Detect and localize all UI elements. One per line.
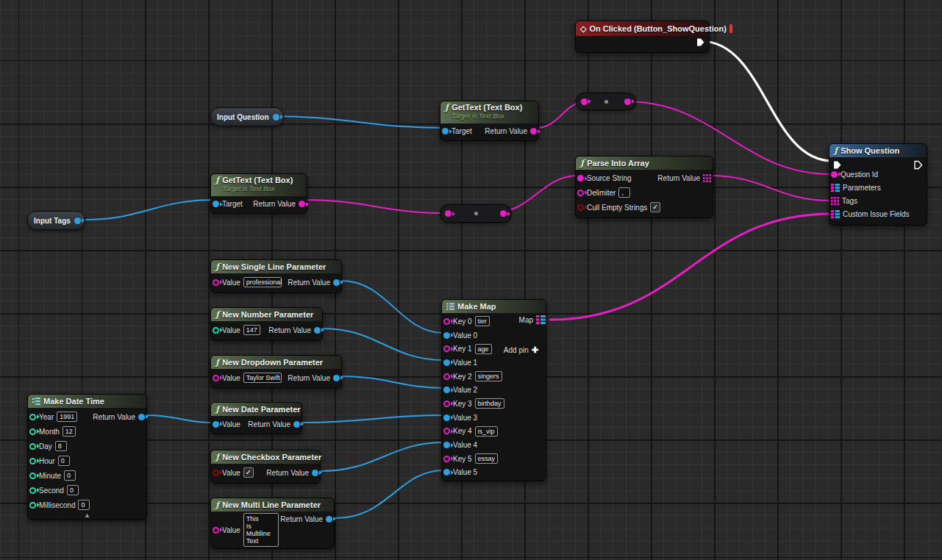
key4-pin[interactable] — [443, 428, 450, 434]
blueprint-graph-canvas[interactable]: ◇ On Clicked (Button_ShowQuestion) ƒ Get… — [0, 0, 942, 560]
node-header[interactable]: Make Date Time — [28, 395, 146, 408]
node-new-number-parameter[interactable]: ƒ New Number Parameter Value 147 Return … — [210, 307, 323, 341]
hour-pin[interactable] — [29, 458, 36, 464]
return-value-pin[interactable] — [312, 470, 318, 476]
value4-pin[interactable] — [443, 442, 450, 448]
key5-pin[interactable] — [443, 456, 450, 462]
node-header[interactable]: ƒ GetText (Text Box) Target is Text Box — [211, 174, 307, 196]
variable-input-question[interactable]: Input Question — [210, 107, 284, 126]
reroute-node-2[interactable] — [440, 204, 512, 223]
node-new-dropdown-parameter[interactable]: ƒ New Dropdown Parameter Value Taylor Sw… — [210, 355, 342, 389]
value-pin[interactable] — [213, 421, 219, 428]
output-pin[interactable] — [74, 218, 81, 224]
value-input[interactable]: professional — [243, 277, 282, 287]
value3-pin[interactable] — [443, 414, 450, 421]
cull-empty-strings-checkbox[interactable]: ✓ — [650, 202, 660, 212]
return-value-pin[interactable] — [530, 128, 537, 134]
node-on-clicked-event[interactable]: ◇ On Clicked (Button_ShowQuestion) — [575, 21, 710, 53]
key2-input[interactable]: singers — [475, 371, 502, 381]
delimiter-pin[interactable] — [577, 190, 584, 196]
node-header[interactable]: ƒ New Number Parameter — [211, 308, 322, 321]
key1-input[interactable]: age — [475, 344, 492, 354]
node-header[interactable]: ƒ New Single Line Parameter — [211, 260, 341, 273]
node-header[interactable]: ƒ New Checkbox Parameter — [211, 450, 320, 464]
node-header[interactable]: ◇ On Clicked (Button_ShowQuestion) — [576, 21, 709, 36]
return-value-pin[interactable] — [299, 201, 305, 207]
minute-pin[interactable] — [29, 473, 36, 479]
day-input[interactable]: 8 — [55, 441, 67, 451]
value-input[interactable]: 147 — [243, 325, 260, 335]
year-pin[interactable] — [29, 414, 36, 420]
reroute-out-pin[interactable] — [624, 98, 631, 105]
cull-empty-strings-pin[interactable] — [577, 204, 584, 211]
source-string-pin[interactable] — [577, 175, 584, 182]
parameters-map-pin[interactable] — [831, 184, 840, 192]
node-parse-into-array[interactable]: ƒ Parse Into Array Source String Return … — [575, 156, 713, 218]
key0-input[interactable]: tier — [475, 316, 490, 326]
return-value-pin[interactable] — [333, 375, 340, 381]
key5-input[interactable]: essay — [475, 453, 499, 464]
custom-issue-fields-map-pin[interactable] — [831, 210, 840, 218]
second-pin[interactable] — [29, 487, 36, 494]
month-input[interactable]: 12 — [63, 426, 76, 437]
value-pin[interactable] — [213, 279, 219, 286]
reroute-in-pin[interactable] — [445, 210, 452, 217]
node-header[interactable]: ƒ GetText (Text Box) Target is Text Box — [440, 101, 538, 123]
node-header[interactable]: ƒ New Dropdown Parameter — [211, 356, 341, 369]
node-new-checkbox-parameter[interactable]: ƒ New Checkbox Parameter Value ✓ Return … — [210, 450, 321, 484]
return-value-array-pin[interactable] — [703, 174, 711, 182]
node-gettext-textbox-top[interactable]: ƒ GetText (Text Box) Target is Text Box … — [440, 101, 539, 141]
key0-pin[interactable] — [443, 318, 450, 325]
year-input[interactable]: 1991 — [57, 412, 77, 422]
key3-input[interactable]: birthday — [475, 398, 504, 409]
output-pin[interactable] — [273, 114, 279, 121]
node-header[interactable]: ƒ Show Question — [829, 144, 927, 157]
node-gettext-textbox-bottom[interactable]: ƒ GetText (Text Box) Target is Text Box … — [210, 173, 307, 214]
node-new-single-line-parameter[interactable]: ƒ New Single Line Parameter Value profes… — [210, 259, 342, 293]
node-new-multi-line-parameter[interactable]: ƒ New Multi Line Parameter Value This Is… — [210, 498, 335, 549]
reroute-node-1[interactable] — [576, 93, 636, 110]
target-pin[interactable] — [442, 128, 449, 134]
node-new-date-parameter[interactable]: ƒ New Date Parameter Value Return Value — [210, 402, 302, 434]
key2-pin[interactable] — [443, 373, 450, 380]
value0-pin[interactable] — [443, 332, 450, 339]
value-pin[interactable] — [213, 470, 219, 476]
return-value-pin[interactable] — [293, 421, 300, 428]
node-header[interactable]: Make Map — [442, 300, 546, 313]
month-pin[interactable] — [29, 428, 36, 435]
reroute-in-pin[interactable] — [581, 98, 588, 105]
exec-out-pin[interactable] — [913, 160, 923, 170]
value1-pin[interactable] — [443, 359, 450, 366]
day-pin[interactable] — [29, 443, 36, 450]
collapse-arrow-icon[interactable]: ▲ — [84, 512, 90, 519]
question-id-pin[interactable] — [831, 171, 838, 178]
millisecond-input[interactable]: 0 — [78, 500, 90, 510]
tags-array-pin[interactable] — [831, 197, 839, 205]
reroute-out-pin[interactable] — [500, 210, 507, 217]
key1-pin[interactable] — [443, 345, 450, 352]
value-pin[interactable] — [213, 327, 219, 334]
value-input[interactable]: Taylor Swift — [243, 373, 282, 383]
map-output-pin[interactable] — [536, 315, 546, 324]
delimiter-input[interactable]: , — [618, 187, 630, 198]
node-header[interactable]: ƒ Parse Into Array — [576, 157, 713, 170]
return-value-pin[interactable] — [326, 516, 332, 523]
return-value-pin[interactable] — [138, 414, 145, 420]
minute-input[interactable]: 0 — [64, 470, 76, 481]
return-value-pin[interactable] — [314, 327, 321, 334]
value-pin[interactable] — [213, 527, 219, 534]
exec-in-pin[interactable] — [832, 160, 842, 170]
return-value-pin[interactable] — [333, 279, 340, 286]
exec-out-pin[interactable] — [696, 37, 705, 47]
target-pin[interactable] — [213, 201, 219, 207]
node-make-date-time[interactable]: Make Date Time Return Value Year 1991 Mo… — [27, 394, 147, 520]
value-pin[interactable] — [213, 375, 219, 381]
value2-pin[interactable] — [443, 387, 450, 393]
value-multiline-input[interactable]: This Is Multiline Text — [243, 513, 279, 547]
value5-pin[interactable] — [443, 469, 450, 475]
node-make-map[interactable]: Make Map Map Add pin ✚ Key 0 tier Value … — [441, 299, 546, 481]
second-input[interactable]: 0 — [67, 485, 79, 495]
key3-pin[interactable] — [443, 401, 450, 407]
value-checkbox[interactable]: ✓ — [243, 467, 254, 478]
node-header[interactable]: ƒ New Multi Line Parameter — [211, 498, 334, 511]
